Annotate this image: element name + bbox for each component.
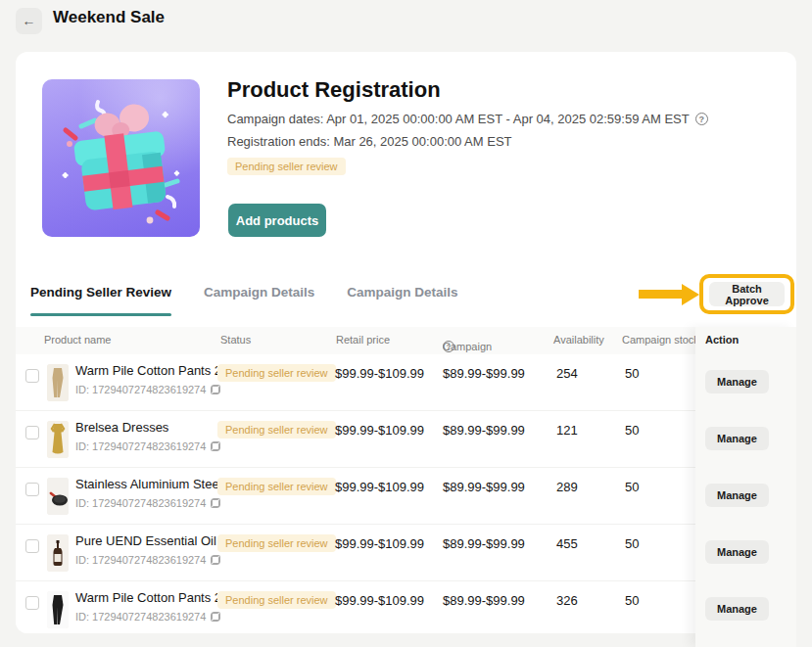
manage-button[interactable]: Manage <box>705 540 769 564</box>
header-retail-price: Retail price <box>336 334 390 346</box>
header-availability: Availability <box>553 334 604 346</box>
action-cell: Manage <box>695 468 796 525</box>
product-id-text: ID: 1729407274823619274 <box>75 440 206 452</box>
product-thumbnail <box>47 478 69 515</box>
table-row: Warm Pile Cotton Pants 21-... ID: 172940… <box>16 354 796 411</box>
product-id-text: ID: 1729407274823619274 <box>75 497 206 509</box>
registration-ends: Registration ends: Mar 26, 2025 00:00:00… <box>227 134 512 149</box>
product-id: ID: 1729407274823619274 <box>75 384 220 395</box>
availability-value: 254 <box>556 366 578 381</box>
table-row: Brelsea Dresses ID: 1729407274823619274 … <box>16 411 796 468</box>
yellow-dress-image <box>47 421 69 458</box>
product-id-text: ID: 1729407274823619274 <box>75 384 206 395</box>
campaign-dates: Campaign dates: Apr 01, 2025 00:00:00 AM… <box>227 112 708 126</box>
campaign-price: $89.99-$99.99 <box>443 366 525 381</box>
campaign-price: $89.99-$99.99 <box>443 536 525 551</box>
row-checkbox[interactable] <box>25 426 39 439</box>
copy-icon[interactable] <box>211 498 220 508</box>
product-id: ID: 1729407274823619274 <box>75 497 220 509</box>
retail-price: $99.99-$109.99 <box>335 480 424 494</box>
header-action: Action <box>705 334 739 346</box>
product-thumbnail <box>47 421 69 458</box>
retail-price: $99.99-$109.99 <box>335 423 424 438</box>
campaign-stock-value: 50 <box>625 423 639 438</box>
add-products-button[interactable]: Add products <box>228 204 326 237</box>
campaign-stock-value: 50 <box>625 536 639 551</box>
table-body: Warm Pile Cotton Pants 21-... ID: 172940… <box>16 354 796 633</box>
back-arrow-icon: ← <box>23 13 36 28</box>
product-id-text: ID: 1729407274823619274 <box>75 554 206 566</box>
row-checkbox[interactable] <box>25 369 39 383</box>
retail-price: $99.99-$109.99 <box>335 536 424 551</box>
table-row: Pure UEND Essential Oil ID: 172940727482… <box>16 525 796 581</box>
batch-approve-button[interactable]: Batch Approve <box>709 282 785 306</box>
table-header: Product name Status Retail price Campaig… <box>16 327 796 354</box>
section-title: Product Registration <box>227 77 441 103</box>
back-button[interactable]: ← <box>16 8 42 34</box>
product-thumbnail <box>47 591 69 628</box>
help-icon[interactable]: ? <box>443 341 454 352</box>
product-name: Warm Pile Cotton Pants 21-... <box>75 590 217 605</box>
manage-button[interactable]: Manage <box>705 370 769 393</box>
khaki-pants-image <box>47 364 69 401</box>
action-cell: Manage <box>695 525 796 581</box>
row-status-badge: Pending seller review <box>217 591 336 609</box>
product-id: ID: 1729407274823619274 <box>75 611 220 623</box>
product-name: Pure UEND Essential Oil <box>75 533 217 548</box>
row-status-badge: Pending seller review <box>217 534 336 552</box>
black-pants-image <box>47 591 69 628</box>
tab-bar: Pending Seller Review Campaign Details C… <box>30 285 458 314</box>
page-title: Weekend Sale <box>53 8 165 27</box>
action-cell: Manage <box>695 411 796 468</box>
row-checkbox[interactable] <box>25 483 39 496</box>
availability-value: 121 <box>556 423 578 438</box>
top-bar: ← Weekend Sale <box>0 0 812 44</box>
copy-icon[interactable] <box>211 555 220 565</box>
tab-campaign-details-1[interactable]: Campaign Details <box>204 285 314 314</box>
product-name: Stainless Aluminium Steel P... <box>75 477 217 491</box>
campaign-stock-value: 50 <box>625 366 639 381</box>
campaign-price: $89.99-$99.99 <box>443 593 525 608</box>
campaign-stock-value: 50 <box>625 480 639 494</box>
annotation-arrow-icon <box>682 284 699 305</box>
row-status-badge: Pending seller review <box>217 421 336 439</box>
action-cell: Manage <box>695 581 796 638</box>
registration-ends-text: Registration ends: Mar 26, 2025 00:00:00… <box>227 134 512 149</box>
availability-value: 326 <box>556 593 578 608</box>
help-icon[interactable]: ? <box>695 113 708 125</box>
product-thumbnail <box>47 364 69 401</box>
copy-icon[interactable] <box>211 385 220 394</box>
header-campaign-stock: Campaign stock <box>622 334 699 346</box>
table-row: Stainless Aluminium Steel P... ID: 17294… <box>16 468 796 525</box>
manage-button[interactable]: Manage <box>705 597 769 621</box>
campaign-stock-value: 50 <box>625 593 639 608</box>
product-name: Brelsea Dresses <box>75 420 217 435</box>
table-row: Warm Pile Cotton Pants 21-... ID: 172940… <box>16 581 796 633</box>
campaign-price: $89.99-$99.99 <box>443 423 525 438</box>
gift-illustration <box>42 79 200 237</box>
retail-price: $99.99-$109.99 <box>335 593 424 608</box>
product-id: ID: 1729407274823619274 <box>75 440 220 452</box>
row-status-badge: Pending seller review <box>217 478 336 495</box>
copy-icon[interactable] <box>211 441 220 451</box>
action-cell: Manage <box>695 354 796 411</box>
copy-icon[interactable] <box>211 612 220 622</box>
manage-button[interactable]: Manage <box>705 427 769 450</box>
tab-pending-seller-review[interactable]: Pending Seller Review <box>30 285 171 314</box>
product-thumbnail <box>47 534 69 572</box>
header-status: Status <box>220 334 251 346</box>
annotation-arrow-shaft <box>639 290 686 299</box>
oil-bottle-image <box>47 534 69 572</box>
campaign-card: Product Registration Campaign dates: Apr… <box>16 52 796 633</box>
status-badge: Pending seller review <box>227 158 346 175</box>
retail-price: $99.99-$109.99 <box>335 366 424 381</box>
row-status-badge: Pending seller review <box>217 364 336 382</box>
row-checkbox[interactable] <box>25 596 39 610</box>
row-checkbox[interactable] <box>25 539 39 553</box>
availability-value: 455 <box>556 536 578 551</box>
manage-button[interactable]: Manage <box>705 484 769 507</box>
product-id: ID: 1729407274823619274 <box>75 554 220 566</box>
tab-campaign-details-2[interactable]: Campaign Details <box>347 285 457 314</box>
availability-value: 289 <box>556 480 578 494</box>
campaign-gift-image <box>42 79 200 237</box>
